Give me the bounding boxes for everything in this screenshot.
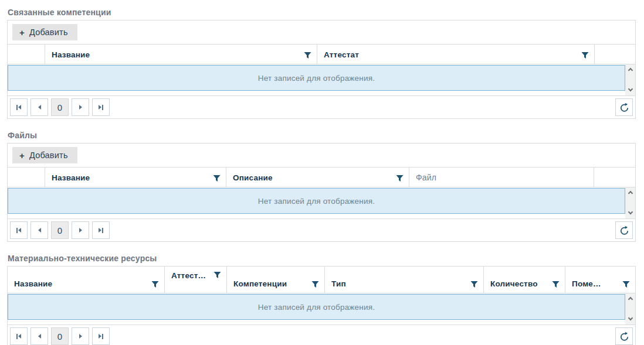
column-header-file: Файл: [409, 168, 594, 187]
grid-pager: 0: [8, 324, 635, 345]
column-label: Поме…: [572, 279, 601, 288]
arrow-right-icon: [79, 228, 82, 233]
filter-funnel-icon[interactable]: [213, 271, 221, 279]
column-label: Название: [52, 50, 90, 59]
arrow-right-icon: [79, 334, 82, 339]
arrow-left-icon: [38, 228, 41, 233]
grid-body: Нет записей для отображения.: [8, 64, 635, 95]
add-button[interactable]: + Добавить: [12, 24, 77, 40]
refresh-icon: [619, 226, 629, 235]
refresh-button[interactable]: [615, 98, 633, 116]
first-page-button[interactable]: [10, 327, 28, 345]
chevron-up-icon[interactable]: [628, 297, 632, 302]
refresh-icon: [619, 103, 629, 112]
seek-last-icon: [102, 228, 103, 233]
column-header-name[interactable]: Название: [45, 168, 226, 187]
column-header-certificate[interactable]: Аттестат: [317, 45, 595, 64]
refresh-button[interactable]: [615, 327, 633, 345]
filter-funnel-icon[interactable]: [213, 175, 221, 182]
column-label: Количество: [490, 279, 538, 288]
next-page-button[interactable]: [72, 98, 89, 116]
arrow-left-icon: [18, 105, 21, 110]
filter-funnel-icon[interactable]: [151, 281, 159, 288]
vertical-scrollbar[interactable]: [625, 187, 635, 218]
column-label: Аттест…: [171, 271, 206, 280]
seek-first-icon: [16, 334, 18, 339]
column-label: Название: [14, 279, 52, 288]
empty-message: Нет записей для отображения.: [8, 294, 625, 320]
chevron-up-icon[interactable]: [628, 68, 632, 73]
resources-grid: Название Аттест… Компетенции: [7, 266, 636, 345]
grid-header-row: Название Аттест… Компетенции: [8, 267, 635, 293]
grid-body: Нет записей для отображения.: [8, 293, 635, 324]
refresh-button[interactable]: [615, 221, 633, 239]
section-material-resources: Материально-технические ресурсы Название…: [7, 254, 636, 345]
column-header-room[interactable]: Поме…: [565, 267, 635, 293]
column-header-blank: [8, 168, 45, 187]
refresh-icon: [619, 332, 629, 341]
last-page-button[interactable]: [92, 98, 110, 116]
plus-icon: +: [19, 151, 25, 160]
arrow-right-icon: [79, 105, 82, 110]
chevron-down-icon[interactable]: [628, 316, 632, 320]
prev-page-button[interactable]: [30, 221, 48, 239]
first-page-button[interactable]: [10, 221, 28, 239]
prev-page-button[interactable]: [30, 98, 48, 116]
last-page-button[interactable]: [92, 327, 110, 345]
filter-funnel-icon[interactable]: [396, 175, 404, 182]
filter-funnel-icon[interactable]: [552, 281, 560, 288]
arrow-right-icon: [99, 334, 101, 339]
empty-message: Нет записей для отображения.: [8, 188, 625, 214]
arrow-left-icon: [38, 334, 41, 339]
add-button-label: Добавить: [29, 28, 68, 37]
column-label: Описание: [233, 173, 273, 182]
vertical-scrollbar[interactable]: [625, 293, 635, 324]
plus-icon: +: [19, 28, 25, 37]
next-page-button[interactable]: [72, 327, 89, 345]
prev-page-button[interactable]: [30, 327, 48, 345]
grid-toolbar: + Добавить: [8, 144, 635, 168]
column-header-spacer: [595, 45, 635, 64]
column-label: Название: [52, 173, 90, 182]
chevron-up-icon[interactable]: [628, 191, 632, 196]
seek-last-icon: [102, 105, 103, 110]
filter-funnel-icon[interactable]: [470, 281, 478, 288]
add-button-label: Добавить: [29, 151, 68, 160]
filter-funnel-icon[interactable]: [622, 281, 630, 288]
current-page-button[interactable]: 0: [51, 98, 69, 116]
arrow-left-icon: [38, 105, 41, 110]
section-title: Связанные компетенции: [8, 8, 636, 17]
filter-funnel-icon[interactable]: [311, 281, 319, 288]
vertical-scrollbar[interactable]: [625, 64, 635, 95]
empty-message: Нет записей для отображения.: [8, 65, 625, 91]
current-page-button[interactable]: 0: [51, 327, 69, 345]
add-button[interactable]: + Добавить: [12, 147, 77, 163]
competencies-grid: + Добавить Название Аттестат: [7, 20, 636, 119]
column-header-certificate[interactable]: Аттест…: [165, 267, 227, 293]
column-header-competencies[interactable]: Компетенции: [227, 267, 325, 293]
next-page-button[interactable]: [72, 221, 89, 239]
arrow-right-icon: [99, 105, 101, 110]
last-page-button[interactable]: [92, 221, 110, 239]
first-page-button[interactable]: [10, 98, 28, 116]
current-page-button[interactable]: 0: [51, 221, 69, 239]
column-header-blank: [8, 45, 45, 64]
filter-funnel-icon[interactable]: [304, 52, 311, 59]
grid-pager: 0: [8, 95, 635, 118]
arrow-right-icon: [99, 228, 101, 233]
seek-first-icon: [16, 228, 18, 233]
arrow-left-icon: [18, 228, 21, 233]
chevron-down-icon[interactable]: [628, 210, 632, 214]
column-label: Тип: [331, 279, 346, 288]
grid-toolbar: + Добавить: [8, 21, 635, 45]
column-header-type[interactable]: Тип: [325, 267, 484, 293]
column-header-name[interactable]: Название: [45, 45, 317, 64]
column-header-quantity[interactable]: Количество: [484, 267, 565, 293]
page: Связанные компетенции + Добавить Названи…: [0, 0, 644, 345]
column-header-name[interactable]: Название: [8, 267, 165, 293]
arrow-left-icon: [18, 334, 21, 339]
section-title: Материально-технические ресурсы: [8, 254, 636, 263]
filter-funnel-icon[interactable]: [581, 52, 589, 59]
chevron-down-icon[interactable]: [628, 87, 632, 91]
column-header-description[interactable]: Описание: [226, 168, 409, 187]
